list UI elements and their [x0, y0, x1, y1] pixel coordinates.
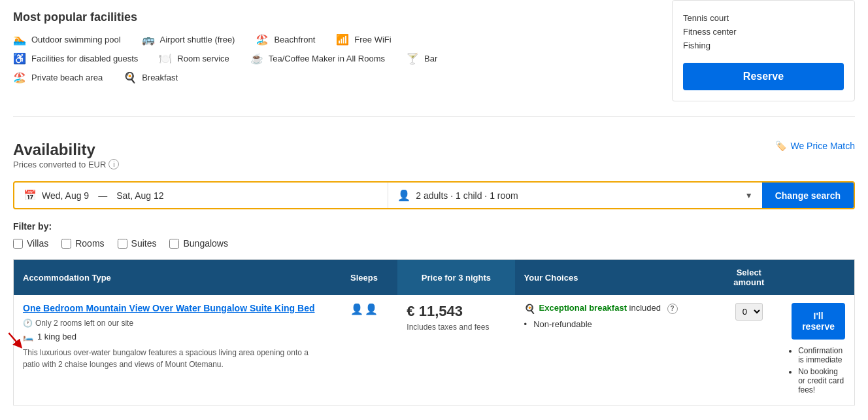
filter-section: Filter by: Villas Rooms Suites Bungalows — [13, 221, 855, 249]
facilities-row-3: 🏖️ Private beach area 🍳 Breakfast — [13, 71, 656, 88]
filter-villas-label: Villas — [27, 238, 48, 249]
date-dash: — — [98, 190, 107, 201]
room-name-link[interactable]: One Bedroom Mountain View Over Water Bun… — [23, 303, 322, 313]
th-accommodation: Accommodation Type — [14, 260, 331, 296]
breakfast-icon: 🍳 — [124, 71, 137, 84]
svg-line-1 — [8, 333, 19, 345]
sidebar: Tennis court Fitness center Fishing Rese… — [672, 0, 855, 106]
coffee-icon: ☕ — [250, 52, 263, 65]
no-fees-note: No booking or credit card fees! — [798, 367, 845, 394]
ill-reserve-button[interactable]: I'll reserve — [792, 303, 845, 340]
sidebar-list-item: Fitness center — [683, 25, 844, 39]
facility-item: 🏖️ Private beach area — [13, 71, 103, 84]
facility-item: 🍸 Bar — [406, 52, 437, 65]
breakfast-info-icon[interactable]: ? — [667, 304, 678, 314]
facility-item: 🍳 Breakfast — [124, 71, 178, 84]
filter-bungalows[interactable]: Bungalows — [169, 238, 228, 249]
th-choices: Your Choices — [515, 260, 716, 296]
facility-item: 🍽️ Room service — [159, 52, 229, 65]
price-match[interactable]: 🏷️ We Price Match — [775, 141, 855, 151]
date-end: Sat, Aug 12 — [116, 190, 163, 201]
amount-select-wrapper: 0 1 2 3 — [724, 303, 773, 321]
facility-item: 🏊 Outdoor swimming pool — [13, 33, 121, 46]
filter-villas-checkbox[interactable] — [13, 239, 23, 249]
facility-item: ♿ Facilities for disabled guests — [13, 52, 138, 65]
reserve-action: I'll reserve Confirmation is immediate N… — [792, 303, 845, 394]
date-picker[interactable]: 📅 Wed, Aug 9 — Sat, Aug 12 — [14, 183, 388, 208]
bed-info: 🛏️ 1 king bed — [23, 332, 322, 341]
availability-table: Accommodation Type Sleeps Price for 3 ni… — [13, 259, 855, 406]
facility-item: 🚌 Airport shuttle (free) — [142, 33, 235, 46]
facility-item: ☕ Tea/Coffee Maker in All Rooms — [250, 52, 385, 65]
th-reserve — [782, 260, 854, 296]
table-row: One Bedroom Mountain View Over Water Bun… — [14, 295, 855, 406]
filter-suites-checkbox[interactable] — [118, 239, 127, 249]
date-start: Wed, Aug 9 — [42, 190, 89, 201]
amount-select[interactable]: 0 1 2 3 — [735, 303, 763, 321]
filter-label: Filter by: — [13, 221, 855, 232]
choices-cell: 🍳 Exceptional breakfast included ? • Non… — [515, 295, 716, 406]
filter-bungalows-label: Bungalows — [183, 238, 228, 249]
reserve-cell: I'll reserve Confirmation is immediate N… — [782, 295, 854, 406]
room-description: This luxurious over-water bungalow featu… — [23, 347, 322, 370]
guests-text: 2 adults · 1 child · 1 room — [416, 190, 518, 201]
th-select: Select amount — [715, 260, 782, 296]
filter-rooms[interactable]: Rooms — [61, 238, 104, 249]
shuttle-icon: 🚌 — [142, 33, 155, 46]
facilities-row-2: ♿ Facilities for disabled guests 🍽️ Room… — [13, 52, 656, 69]
room-service-icon: 🍽️ — [159, 52, 172, 65]
action-notes: Confirmation is immediate No booking or … — [792, 346, 845, 394]
price-note: Includes taxes and fees — [407, 323, 505, 332]
sidebar-amenities-list: Tennis court Fitness center Fishing — [683, 11, 844, 52]
disabled-icon: ♿ — [13, 52, 26, 65]
facilities-title: Most popular facilities — [13, 10, 656, 24]
private-beach-icon: 🏖️ — [13, 71, 26, 84]
breakfast-badge: 🍳 Exceptional breakfast included ? — [524, 303, 707, 314]
person-icon-2: 👤 — [365, 303, 378, 315]
th-sleeps: Sleeps — [331, 260, 398, 296]
filter-suites[interactable]: Suites — [118, 238, 157, 249]
person-icon-1: 👤 — [350, 303, 363, 315]
reserve-button[interactable]: Reserve — [683, 63, 844, 90]
filter-rooms-label: Rooms — [75, 238, 104, 249]
th-price: Price for 3 nights — [397, 260, 514, 296]
price-amount: € 11,543 — [407, 303, 505, 320]
facilities-row-1: 🏊 Outdoor swimming pool 🚌 Airport shuttl… — [13, 33, 656, 50]
filter-bungalows-checkbox[interactable] — [169, 239, 179, 249]
availability-section: Availability Prices converted to EUR i 🏷… — [13, 128, 855, 416]
guests-picker[interactable]: 👤 2 adults · 1 child · 1 room ▼ — [388, 183, 761, 208]
availability-header: Availability Prices converted to EUR i 🏷… — [13, 141, 855, 179]
beach-icon: 🏖️ — [256, 33, 269, 46]
sidebar-card: Tennis court Fitness center Fishing Rese… — [672, 0, 855, 101]
facility-item: 📶 Free WiFi — [336, 33, 391, 46]
prices-note: Prices converted to EUR i — [13, 159, 119, 169]
sidebar-list-item: Tennis court — [683, 11, 844, 25]
pool-icon: 🏊 — [13, 33, 26, 46]
search-bar: 📅 Wed, Aug 9 — Sat, Aug 12 👤 2 adults · … — [13, 181, 855, 209]
breakfast-included-label: Exceptional breakfast — [539, 303, 627, 313]
price-cell: € 11,543 Includes taxes and fees — [397, 295, 514, 406]
accommodation-cell: One Bedroom Mountain View Over Water Bun… — [14, 295, 331, 406]
sleeps-cell: 👤 👤 — [331, 295, 398, 406]
clock-icon: 🕐 — [23, 319, 33, 328]
breakfast-included-suffix: included — [629, 303, 661, 313]
non-refundable-label: • Non-refundable — [524, 319, 707, 329]
person-icon: 👤 — [397, 189, 410, 201]
breakfast-check-icon: 🍳 — [524, 304, 535, 314]
filter-rooms-checkbox[interactable] — [61, 239, 71, 249]
facility-item: 🏖️ Beachfront — [256, 33, 315, 46]
red-arrow-annotation — [5, 330, 31, 357]
section-divider — [13, 116, 855, 117]
calendar-icon: 📅 — [24, 189, 37, 201]
change-search-button[interactable]: Change search — [762, 183, 854, 208]
availability-title: Availability — [13, 141, 119, 159]
select-cell: 0 1 2 3 — [715, 295, 782, 406]
bar-icon: 🍸 — [406, 52, 419, 65]
confirm-note: Confirmation is immediate — [798, 346, 845, 364]
sidebar-list-item: Fishing — [683, 39, 844, 52]
filter-suites-label: Suites — [131, 238, 157, 249]
prices-info-icon[interactable]: i — [108, 159, 119, 169]
filter-villas[interactable]: Villas — [13, 238, 48, 249]
urgency-notice: 🕐 Only 2 rooms left on our site — [23, 319, 322, 328]
chevron-down-icon: ▼ — [745, 191, 753, 200]
